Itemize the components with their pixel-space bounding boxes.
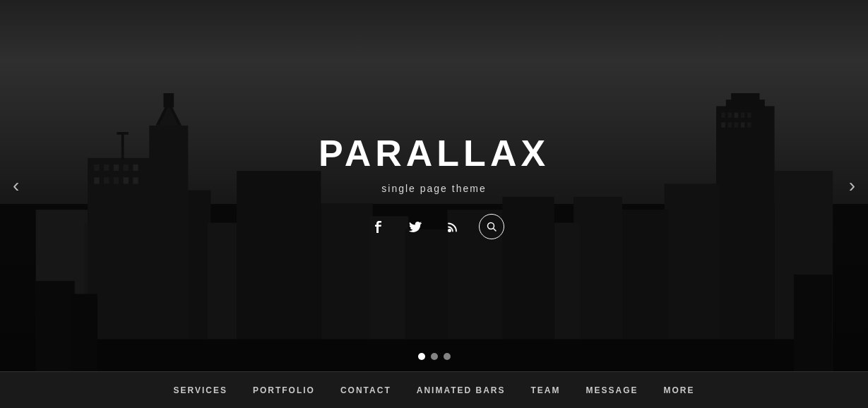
slider-next-button[interactable]: ›: [842, 167, 862, 204]
slider-dots: [418, 353, 451, 360]
twitter-icon[interactable]: [403, 214, 428, 239]
rss-icon[interactable]: [441, 214, 466, 239]
nav-item-portfolio[interactable]: PORTFOLIO: [253, 383, 315, 398]
hero-content: PARALLAX single page theme: [319, 132, 549, 239]
slider-prev-button[interactable]: ‹: [6, 167, 26, 204]
nav-item-contact[interactable]: CONTACT: [340, 383, 391, 398]
slider-dot-2[interactable]: [431, 353, 438, 360]
nav-item-team[interactable]: TEAM: [531, 383, 561, 398]
svg-point-51: [448, 229, 451, 232]
hero-subtitle: single page theme: [319, 183, 549, 194]
nav-item-more[interactable]: MORE: [664, 383, 695, 398]
page-wrapper: ‹ PARALLAX single page theme: [0, 0, 868, 408]
nav-item-message[interactable]: MESSAGE: [586, 383, 638, 398]
hero-title: PARALLAX: [319, 132, 549, 174]
facebook-icon[interactable]: [364, 214, 390, 239]
hero-section: ‹ PARALLAX single page theme: [0, 0, 868, 371]
slider-dot-1[interactable]: [418, 353, 425, 360]
search-icon-button[interactable]: [479, 214, 504, 239]
social-icons-group: [319, 214, 549, 239]
svg-line-53: [493, 229, 496, 232]
slider-dot-3[interactable]: [444, 353, 451, 360]
nav-item-animated-bars[interactable]: ANIMATED BARS: [417, 383, 506, 398]
nav-item-services[interactable]: SERVICES: [173, 383, 227, 398]
bottom-navigation: SERVICES PORTFOLIO CONTACT ANIMATED BARS…: [0, 371, 868, 408]
